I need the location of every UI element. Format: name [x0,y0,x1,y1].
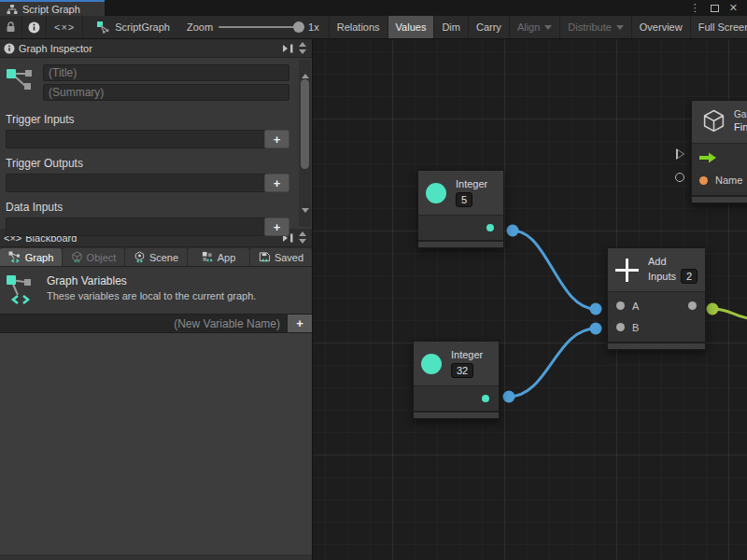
sidebar: Graph Inspector [0,39,313,560]
zoom-slider[interactable] [218,26,303,28]
scroll-down-icon[interactable] [302,210,309,227]
wire-endpoint[interactable] [503,391,515,403]
trigger-inputs-list: + [6,130,289,148]
caret-down-icon [616,25,624,30]
add-data-input-button[interactable]: + [264,217,289,236]
scroll-up-icon[interactable] [302,60,309,77]
inputs-count-field[interactable]: 2 [681,269,698,284]
trigger-input-port[interactable] [699,152,717,163]
script-graph-label: ScriptGraph [115,21,170,33]
window-menu-icon[interactable]: ⋮ [690,2,700,14]
wire-int32-to-add-b[interactable] [509,329,596,397]
graph-canvas[interactable]: Integer 5 Integer 32 [313,39,747,560]
wire-endpoint[interactable] [590,303,602,315]
distribute-button[interactable]: Distribute [559,16,630,38]
dim-button[interactable]: Dim [433,16,468,38]
integer-value-field[interactable]: 5 [456,192,472,207]
data-port-indicator-icon[interactable] [675,173,684,182]
port-b-label: B [632,322,639,333]
blackboard-tabs: Graph Object Scene [0,247,312,267]
graph-variables-icon [6,274,35,306]
tab-saved[interactable]: Saved [250,248,312,266]
graph-inspector-title: Graph Inspector [19,43,92,54]
data-inputs-list: + [6,217,289,236]
wire-endpoint[interactable] [590,323,602,335]
input-port-a[interactable] [616,301,625,310]
node-title-method: Find [734,121,747,134]
info-icon [28,21,40,34]
node-footer [692,195,747,203]
wire-int5-to-add-a[interactable] [513,231,596,309]
title-field[interactable] [43,64,289,81]
relations-button[interactable]: Relations [329,16,388,38]
unit-code-button[interactable]: <×> [47,16,83,38]
caret-down-icon [544,25,552,30]
panel-scroll-arrows[interactable] [294,42,308,54]
variables-empty-area [0,333,312,560]
trigger-port-indicator-icon[interactable] [676,148,684,160]
node-integer-5[interactable]: Integer 5 [417,170,504,248]
add-trigger-output-button[interactable]: + [264,174,289,192]
zoom-value: 1x [308,21,319,33]
wire-endpoint[interactable] [707,303,719,315]
zoom-control: Zoom 1x [179,16,327,38]
carry-button[interactable]: Carry [468,16,509,38]
integer-value-field[interactable]: 32 [451,363,473,378]
node-footer [414,411,499,418]
output-port[interactable] [688,301,697,310]
node-title: Integer [451,349,483,360]
zoom-label: Zoom [187,21,213,33]
name-input-port[interactable] [699,176,708,185]
panel-scroll-arrows[interactable] [294,231,308,244]
info-button[interactable] [22,16,47,38]
tab-graph[interactable]: Graph [0,248,63,266]
new-variable-row: + [0,314,312,333]
graph-variables-title: Graph Variables [47,274,256,287]
scrollbar-thumb[interactable] [301,79,309,169]
add-icon [615,259,639,282]
scroll-down-icon[interactable] [299,239,306,244]
input-port-b[interactable] [616,323,625,331]
output-port[interactable] [482,395,489,402]
port-name-label: Name [715,175,742,186]
output-port[interactable] [486,224,494,231]
close-icon[interactable]: ✕ [729,2,738,14]
node-integer-32[interactable]: Integer 32 [413,341,500,419]
app-grid-icon [202,251,214,263]
node-gameobject-find[interactable]: Game Object Find Name [691,100,747,203]
floppy-icon [259,251,271,263]
add-variable-button[interactable]: + [287,315,312,332]
script-graph-window: Script Graph ⋮ ✕ <×> ScriptGraph Z [0,0,747,560]
scroll-up-icon[interactable] [299,231,306,236]
inputs-label: Inputs [648,271,676,282]
new-variable-input[interactable] [0,317,287,330]
graph-variables-icon [8,251,21,263]
wire-endpoint[interactable] [507,225,519,237]
inspector-scrollbar[interactable] [299,60,311,227]
tab-object[interactable]: Object [63,248,125,266]
lock-button[interactable] [0,16,22,38]
scroll-down-icon[interactable] [299,49,306,54]
trigger-inputs-label: Trigger Inputs [0,106,295,129]
tab-app[interactable]: App [188,248,250,266]
scroll-up-icon[interactable] [299,42,306,47]
node-add[interactable]: Add Inputs 2 A [607,247,706,350]
graph-variables-description: These variables are local to the current… [47,290,256,301]
trigger-outputs-list: + [6,174,289,192]
fullscreen-button[interactable]: Full Screen [690,16,747,38]
add-trigger-input-button[interactable]: + [264,130,289,148]
tab-script-graph[interactable]: Script Graph [0,0,105,16]
cube-icon [702,109,726,134]
maximize-icon[interactable] [711,5,719,12]
lock-icon [6,21,16,33]
summary-field[interactable] [43,84,289,101]
dock-icon[interactable] [282,44,294,53]
tab-scene[interactable]: Scene [125,248,188,266]
graph-node-icon [6,64,35,92]
zoom-slider-handle[interactable] [293,21,304,33]
overview-button[interactable]: Overview [631,16,690,38]
values-button[interactable]: Values [388,16,434,38]
scene-icon [134,251,146,263]
node-footer [418,240,503,247]
align-button[interactable]: Align [509,16,559,38]
